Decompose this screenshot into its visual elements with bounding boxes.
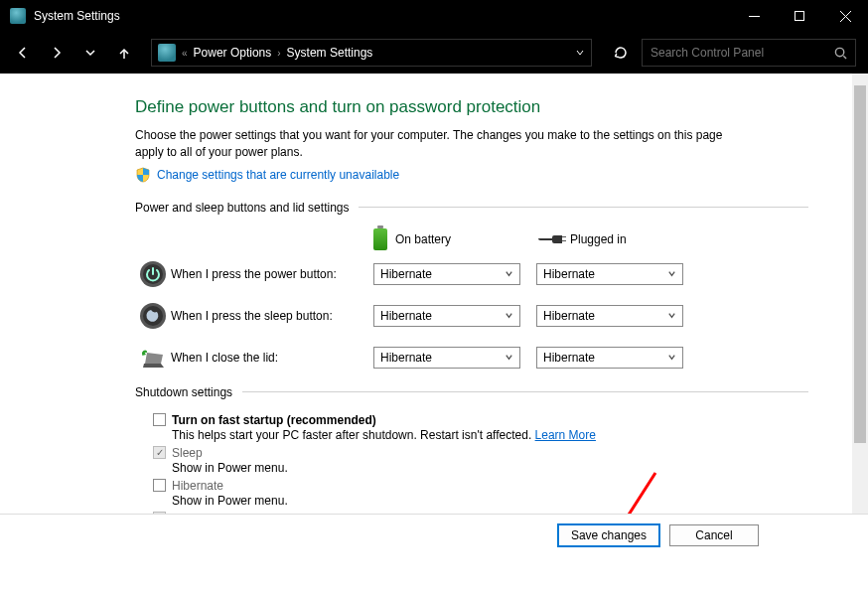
- cancel-button[interactable]: Cancel: [669, 524, 759, 546]
- fast-startup-checkbox[interactable]: [153, 413, 166, 426]
- column-header-battery: On battery: [373, 228, 520, 250]
- vertical-scrollbar[interactable]: [852, 74, 868, 514]
- chevron-down-icon: [505, 311, 513, 320]
- battery-icon: [373, 228, 387, 250]
- control-panel-icon: [158, 44, 176, 62]
- refresh-button[interactable]: [604, 39, 638, 67]
- svg-rect-1: [795, 11, 803, 20]
- back-button[interactable]: [8, 38, 38, 68]
- section-label: Power and sleep buttons and lid settings: [135, 201, 349, 215]
- page-title: Define power buttons and turn on passwor…: [135, 97, 808, 117]
- sleep-icon: [139, 302, 167, 330]
- svg-point-5: [835, 48, 843, 56]
- laptop-lid-icon: [139, 344, 167, 372]
- plug-icon: [536, 233, 562, 245]
- save-changes-button[interactable]: Save changes: [558, 524, 659, 546]
- close-button[interactable]: [822, 0, 868, 32]
- section-header: Power and sleep buttons and lid settings: [135, 201, 808, 215]
- chevron-icon: ›: [277, 48, 280, 59]
- scrollbar-thumb[interactable]: [854, 85, 866, 443]
- setting-label: When I close the lid:: [171, 351, 373, 365]
- chevron-down-icon: [505, 269, 513, 278]
- chevron-down-icon: [667, 311, 676, 320]
- chevron-down-icon: [667, 353, 676, 362]
- lid-plugged-select[interactable]: Hibernate: [536, 347, 683, 369]
- page-description: Choose the power settings that you want …: [135, 127, 741, 161]
- forward-button[interactable]: [42, 38, 72, 68]
- checkbox-label: Sleep: [172, 446, 203, 460]
- checkbox-label: Hibernate: [172, 479, 223, 493]
- svg-line-6: [843, 56, 846, 59]
- power-icon: [139, 260, 167, 288]
- setting-label: When I press the sleep button:: [171, 309, 373, 323]
- title-bar: System Settings: [0, 0, 868, 32]
- checkbox-desc: Show in Power menu.: [172, 461, 808, 475]
- maximize-button[interactable]: [777, 0, 822, 32]
- hibernate-checkbox[interactable]: [153, 479, 166, 492]
- sleep-button-battery-select[interactable]: Hibernate: [373, 305, 520, 327]
- window-title: System Settings: [34, 9, 731, 23]
- checkbox-row-sleep: Sleep Show in Power menu.: [153, 446, 808, 475]
- search-box[interactable]: [642, 39, 856, 67]
- breadcrumb-item[interactable]: System Settings: [283, 46, 377, 60]
- breadcrumb-bar[interactable]: « Power Options › System Settings: [151, 39, 592, 67]
- setting-label: When I press the power button:: [171, 267, 373, 281]
- column-header-plugged: Plugged in: [536, 228, 683, 250]
- content-pane: Define power buttons and turn on passwor…: [0, 74, 868, 539]
- recent-dropdown-button[interactable]: [75, 38, 105, 68]
- shield-icon: [135, 167, 151, 183]
- checkbox-desc: Show in Power menu.: [172, 494, 808, 508]
- minimize-button[interactable]: [731, 0, 777, 32]
- change-settings-link[interactable]: Change settings that are currently unava…: [157, 168, 399, 182]
- checkbox-row-hibernate: Hibernate Show in Power menu.: [153, 479, 808, 508]
- search-icon: [834, 47, 847, 60]
- chevron-down-icon: [667, 269, 676, 278]
- breadcrumb-dropdown[interactable]: [569, 48, 591, 58]
- sleep-button-plugged-select[interactable]: Hibernate: [536, 305, 683, 327]
- checkbox-row-fast-startup: Turn on fast startup (recommended) This …: [153, 413, 808, 442]
- learn-more-link[interactable]: Learn More: [535, 428, 596, 442]
- setting-row-lid: When I close the lid: Hibernate Hibernat…: [135, 344, 808, 372]
- power-button-plugged-select[interactable]: Hibernate: [536, 263, 683, 285]
- section-header: Shutdown settings: [135, 385, 808, 399]
- chevron-down-icon: [505, 353, 513, 362]
- up-button[interactable]: [109, 38, 139, 68]
- power-button-battery-select[interactable]: Hibernate: [373, 263, 520, 285]
- setting-row-power-button: When I press the power button: Hibernate…: [135, 260, 808, 288]
- app-icon: [10, 8, 26, 24]
- chevron-icon: «: [182, 48, 188, 59]
- setting-row-sleep-button: When I press the sleep button: Hibernate…: [135, 302, 808, 330]
- lid-battery-select[interactable]: Hibernate: [373, 347, 520, 369]
- footer-bar: Save changes Cancel: [0, 514, 868, 555]
- checkbox-desc: This helps start your PC faster after sh…: [172, 428, 808, 442]
- breadcrumb-item[interactable]: Power Options: [190, 46, 276, 60]
- checkbox-label: Turn on fast startup (recommended): [172, 413, 376, 427]
- nav-toolbar: « Power Options › System Settings: [0, 32, 868, 74]
- search-input[interactable]: [651, 46, 834, 60]
- section-label: Shutdown settings: [135, 385, 232, 399]
- sleep-checkbox[interactable]: [153, 446, 166, 459]
